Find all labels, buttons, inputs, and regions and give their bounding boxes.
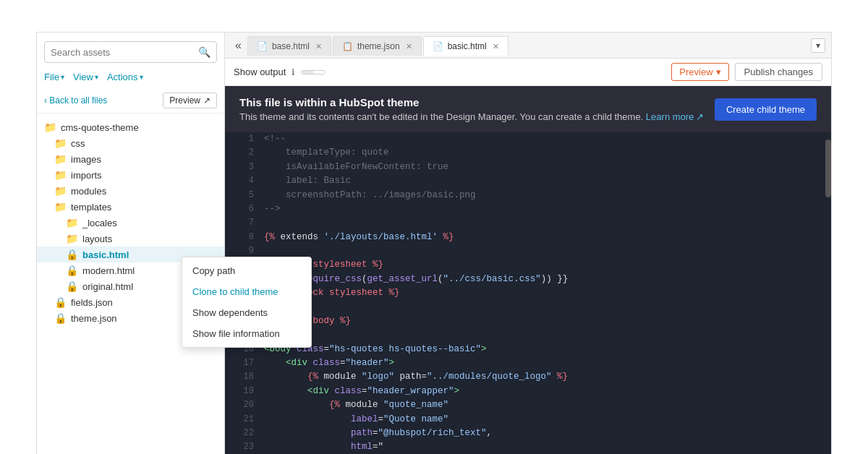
code-content-2: templateType: quote	[264, 146, 822, 160]
search-bar[interactable]: 🔍	[44, 41, 217, 63]
preview-button-small[interactable]: Preview ↗	[163, 93, 217, 108]
output-bar: Show output ℹ Preview ▾ Publish changes	[225, 59, 831, 86]
code-editor[interactable]: 1 <!-- 2 templateType: quote 3 isAvailab…	[225, 132, 831, 454]
learn-more-link[interactable]: Learn more ↗	[646, 111, 704, 122]
tab-basic-html[interactable]: 📄 basic.html ✕	[423, 36, 509, 56]
file-menu-arrow: ▾	[61, 73, 64, 81]
code-line-14: 14 {% block body %}	[225, 314, 831, 328]
tree-item-imports[interactable]: 📁 imports	[37, 167, 224, 183]
code-content-8: {% extends './layouts/base.html' %}	[264, 231, 822, 244]
line-num-2: 2	[234, 146, 254, 160]
file-menu-button[interactable]: File ▾	[44, 72, 64, 82]
search-input[interactable]	[51, 47, 198, 58]
tab-base-html-icon: 📄	[257, 41, 268, 51]
tree-item-layouts[interactable]: 📁 layouts	[37, 231, 224, 247]
tree-item-images[interactable]: 📁 images	[37, 151, 224, 167]
theme-notice-title: This file is within a HubSpot theme	[239, 96, 706, 108]
code-line-11: 11 {{ require_css(get_asset_url("../css/…	[225, 273, 831, 286]
tab-basic-html-close[interactable]: ✕	[493, 42, 499, 51]
code-line-7: 7	[225, 216, 831, 230]
sidebar: 🔍 File ▾ View ▾ Actions ▾	[37, 33, 225, 454]
theme-notice-desc: This theme and its contents can't be edi…	[239, 111, 706, 122]
context-copy-path[interactable]: Copy path	[182, 260, 311, 281]
preview-label: Preview	[679, 67, 712, 77]
tab-theme-json-label: theme.json	[357, 41, 400, 51]
code-content-10: {% block stylesheet %}	[264, 258, 822, 272]
imports-folder-icon: 📁	[54, 169, 67, 181]
context-file-info[interactable]: Show file information	[182, 323, 311, 344]
images-label: images	[71, 154, 101, 165]
tab-base-html[interactable]: 📄 base.html ✕	[247, 36, 331, 56]
code-content-18: {% module "logo" path="../modules/quote_…	[264, 370, 822, 384]
code-content-5: screenshotPath: ../images/basic.png	[264, 189, 822, 202]
line-num-19: 19	[234, 385, 254, 398]
tree-item-modules[interactable]: 📁 modules	[37, 183, 224, 199]
preview-dropdown-button[interactable]: Preview ▾	[671, 63, 728, 81]
output-toggle-btn-2[interactable]	[313, 71, 325, 74]
code-content-11: {{ require_css(get_asset_url("../css/bas…	[264, 273, 822, 286]
code-line-20: 20 {% module "quote_name"	[225, 398, 831, 412]
back-link[interactable]: ‹ Back to all files	[44, 95, 107, 106]
tab-base-html-close[interactable]: ✕	[315, 42, 322, 51]
fields-json-icon: 🔒	[54, 296, 67, 308]
scrollbar-track[interactable]	[825, 132, 831, 454]
code-content-1: <!--	[264, 132, 822, 146]
tab-theme-json[interactable]: 📋 theme.json ✕	[333, 36, 422, 56]
tab-theme-json-close[interactable]: ✕	[406, 42, 412, 51]
tab-basic-html-label: basic.html	[448, 41, 487, 51]
code-line-15: 15	[225, 328, 831, 342]
info-icon[interactable]: ℹ	[292, 67, 295, 77]
code-line-13: 13	[225, 301, 831, 314]
code-content-12: {% endblock stylesheet %}	[264, 286, 822, 300]
actions-menu-button[interactable]: Actions ▾	[107, 72, 143, 82]
line-num-1: 1	[234, 132, 254, 146]
context-show-dependents[interactable]: Show dependents	[182, 302, 311, 323]
code-content-16: <body class="hs-quotes hs-quotes--basic"…	[264, 343, 822, 356]
preview-dropdown-arrow: ▾	[716, 67, 721, 77]
scrollbar-thumb[interactable]	[825, 140, 831, 197]
tab-back-button[interactable]: «	[231, 36, 246, 55]
tab-more-button[interactable]: ▾	[811, 38, 825, 53]
publish-changes-button[interactable]: Publish changes	[735, 63, 822, 81]
theme-notice: This file is within a HubSpot theme This…	[225, 86, 831, 132]
show-output-label: Show output	[234, 67, 286, 77]
output-toggle	[301, 70, 326, 74]
templates-label: templates	[71, 202, 111, 213]
code-content-9	[264, 244, 822, 258]
output-toggle-btn-1[interactable]	[302, 71, 313, 74]
line-num-5: 5	[234, 189, 254, 202]
code-line-6: 6 -->	[225, 202, 831, 216]
code-line-16: 16 <body class="hs-quotes hs-quotes--bas…	[225, 343, 831, 356]
layouts-folder-icon: 📁	[66, 233, 78, 244]
code-content-6: -->	[264, 202, 822, 216]
tree-item-templates[interactable]: 📁 templates	[37, 199, 224, 215]
code-line-5: 5 screenshotPath: ../images/basic.png	[225, 189, 831, 202]
original-html-label: original.html	[82, 281, 133, 292]
context-menu: Copy path Clone to child theme Show depe…	[182, 257, 312, 348]
code-content-14: {% block body %}	[264, 314, 822, 328]
code-content-15	[264, 328, 822, 342]
code-content-22: path="@hubspot/rich_text",	[264, 427, 822, 440]
templates-folder-icon: 📁	[54, 201, 67, 213]
tree-item-locales[interactable]: 📁 _locales	[37, 215, 224, 231]
context-clone-child[interactable]: Clone to child theme	[182, 281, 311, 302]
code-line-19: 19 <div class="header_wrapper">	[225, 385, 831, 398]
tree-root-item[interactable]: 📁 cms-quotes-theme	[37, 119, 224, 135]
sidebar-toolbar: File ▾ View ▾ Actions ▾	[37, 69, 224, 88]
actions-menu-arrow: ▾	[140, 73, 143, 81]
tab-base-html-label: base.html	[272, 41, 310, 51]
line-num-8: 8	[234, 231, 254, 244]
view-menu-button[interactable]: View ▾	[73, 72, 98, 82]
back-link-row: ‹ Back to all files Preview ↗	[37, 88, 224, 113]
code-line-22: 22 path="@hubspot/rich_text",	[225, 427, 831, 440]
tree-item-css[interactable]: 📁 css	[37, 135, 224, 151]
line-num-22: 22	[234, 427, 254, 440]
theme-notice-desc-text: This theme and its contents can't be edi…	[239, 111, 643, 122]
tab-basic-html-icon: 📄	[433, 41, 443, 51]
basic-html-icon: 🔒	[66, 249, 78, 260]
code-line-21: 21 label="Quote name"	[225, 413, 831, 427]
code-content-13	[264, 301, 822, 314]
create-child-theme-button[interactable]: Create child theme	[715, 98, 817, 121]
code-content-4: label: Basic	[264, 174, 822, 188]
external-link-icon: ↗	[203, 95, 210, 106]
